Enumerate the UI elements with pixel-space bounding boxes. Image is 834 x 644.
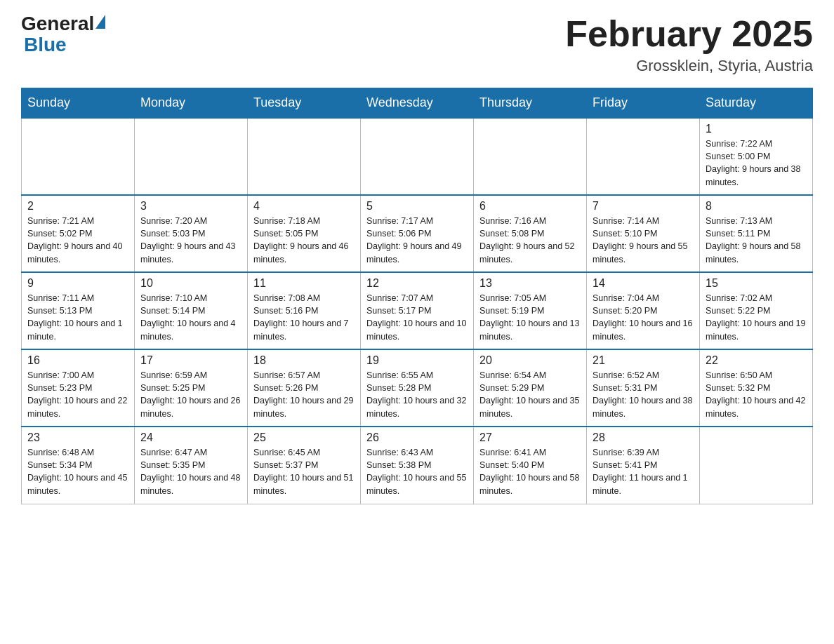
location-subtitle: Grossklein, Styria, Austria (565, 57, 813, 75)
day-number: 4 (253, 200, 355, 213)
day-cell-3-1: 17Sunrise: 6:59 AMSunset: 5:25 PMDayligh… (135, 349, 248, 427)
day-info: Sunrise: 6:54 AMSunset: 5:29 PMDaylight:… (479, 369, 581, 420)
day-cell-0-2 (248, 118, 361, 195)
day-cell-2-5: 14Sunrise: 7:04 AMSunset: 5:20 PMDayligh… (587, 272, 700, 349)
day-info: Sunrise: 6:57 AMSunset: 5:26 PMDaylight:… (253, 369, 355, 420)
day-cell-1-0: 2Sunrise: 7:21 AMSunset: 5:02 PMDaylight… (22, 195, 135, 272)
week-row-2: 2Sunrise: 7:21 AMSunset: 5:02 PMDaylight… (22, 195, 813, 272)
day-info: Sunrise: 7:00 AMSunset: 5:23 PMDaylight:… (27, 369, 128, 420)
day-info: Sunrise: 6:41 AMSunset: 5:40 PMDaylight:… (479, 446, 581, 497)
header-sunday: Sunday (22, 88, 135, 119)
day-number: 12 (366, 277, 468, 290)
day-cell-1-1: 3Sunrise: 7:20 AMSunset: 5:03 PMDaylight… (135, 195, 248, 272)
day-cell-2-2: 11Sunrise: 7:08 AMSunset: 5:16 PMDayligh… (248, 272, 361, 349)
day-cell-0-6: 1Sunrise: 7:22 AMSunset: 5:00 PMDaylight… (700, 118, 813, 195)
day-info: Sunrise: 6:48 AMSunset: 5:34 PMDaylight:… (27, 446, 128, 497)
header-friday: Friday (587, 88, 700, 119)
header-monday: Monday (135, 88, 248, 119)
day-info: Sunrise: 6:39 AMSunset: 5:41 PMDaylight:… (593, 446, 694, 497)
day-number: 24 (140, 431, 241, 444)
day-info: Sunrise: 7:20 AMSunset: 5:03 PMDaylight:… (140, 215, 241, 266)
day-info: Sunrise: 6:47 AMSunset: 5:35 PMDaylight:… (140, 446, 241, 497)
day-number: 19 (366, 354, 468, 367)
day-cell-4-1: 24Sunrise: 6:47 AMSunset: 5:35 PMDayligh… (135, 427, 248, 504)
day-cell-0-1 (135, 118, 248, 195)
logo-triangle-icon (95, 15, 105, 29)
day-cell-3-5: 21Sunrise: 6:52 AMSunset: 5:31 PMDayligh… (587, 349, 700, 427)
day-cell-0-4 (474, 118, 587, 195)
day-cell-4-0: 23Sunrise: 6:48 AMSunset: 5:34 PMDayligh… (22, 427, 135, 504)
day-info: Sunrise: 6:52 AMSunset: 5:31 PMDaylight:… (593, 369, 694, 420)
day-number: 22 (706, 354, 807, 367)
day-cell-3-2: 18Sunrise: 6:57 AMSunset: 5:26 PMDayligh… (248, 349, 361, 427)
week-row-1: 1Sunrise: 7:22 AMSunset: 5:00 PMDaylight… (22, 118, 813, 195)
month-year-title: February 2025 (565, 14, 813, 54)
day-number: 20 (479, 354, 581, 367)
day-number: 8 (706, 200, 807, 213)
day-number: 13 (479, 277, 581, 290)
day-number: 26 (366, 431, 468, 444)
weekday-header-row: Sunday Monday Tuesday Wednesday Thursday… (22, 88, 813, 119)
day-number: 10 (140, 277, 241, 290)
day-info: Sunrise: 7:02 AMSunset: 5:22 PMDaylight:… (706, 292, 807, 343)
day-info: Sunrise: 7:18 AMSunset: 5:05 PMDaylight:… (253, 215, 355, 266)
day-cell-4-5: 28Sunrise: 6:39 AMSunset: 5:41 PMDayligh… (587, 427, 700, 504)
day-number: 9 (27, 277, 128, 290)
day-info: Sunrise: 7:08 AMSunset: 5:16 PMDaylight:… (253, 292, 355, 343)
day-number: 25 (253, 431, 355, 444)
day-number: 17 (140, 354, 241, 367)
day-number: 27 (479, 431, 581, 444)
day-cell-0-5 (587, 118, 700, 195)
day-number: 2 (27, 200, 128, 213)
day-cell-4-6 (700, 427, 813, 504)
day-cell-4-3: 26Sunrise: 6:43 AMSunset: 5:38 PMDayligh… (361, 427, 474, 504)
day-info: Sunrise: 7:07 AMSunset: 5:17 PMDaylight:… (366, 292, 468, 343)
day-cell-3-4: 20Sunrise: 6:54 AMSunset: 5:29 PMDayligh… (474, 349, 587, 427)
day-number: 23 (27, 431, 128, 444)
day-info: Sunrise: 7:13 AMSunset: 5:11 PMDaylight:… (706, 215, 807, 266)
day-cell-3-0: 16Sunrise: 7:00 AMSunset: 5:23 PMDayligh… (22, 349, 135, 427)
day-number: 28 (593, 431, 694, 444)
day-cell-0-0 (22, 118, 135, 195)
logo-area: General Blue (21, 14, 107, 56)
day-cell-0-3 (361, 118, 474, 195)
day-cell-1-2: 4Sunrise: 7:18 AMSunset: 5:05 PMDaylight… (248, 195, 361, 272)
day-info: Sunrise: 7:21 AMSunset: 5:02 PMDaylight:… (27, 215, 128, 266)
day-info: Sunrise: 7:04 AMSunset: 5:20 PMDaylight:… (593, 292, 694, 343)
day-number: 6 (479, 200, 581, 213)
day-info: Sunrise: 6:55 AMSunset: 5:28 PMDaylight:… (366, 369, 468, 420)
header-tuesday: Tuesday (248, 88, 361, 119)
day-cell-1-6: 8Sunrise: 7:13 AMSunset: 5:11 PMDaylight… (700, 195, 813, 272)
day-cell-2-6: 15Sunrise: 7:02 AMSunset: 5:22 PMDayligh… (700, 272, 813, 349)
logo: General (21, 14, 107, 34)
day-number: 14 (593, 277, 694, 290)
day-info: Sunrise: 6:43 AMSunset: 5:38 PMDaylight:… (366, 446, 468, 497)
day-cell-2-3: 12Sunrise: 7:07 AMSunset: 5:17 PMDayligh… (361, 272, 474, 349)
day-info: Sunrise: 7:05 AMSunset: 5:19 PMDaylight:… (479, 292, 581, 343)
calendar-table: Sunday Monday Tuesday Wednesday Thursday… (21, 88, 813, 504)
header-wednesday: Wednesday (361, 88, 474, 119)
day-cell-1-5: 7Sunrise: 7:14 AMSunset: 5:10 PMDaylight… (587, 195, 700, 272)
logo-blue-text: Blue (24, 34, 67, 56)
week-row-4: 16Sunrise: 7:00 AMSunset: 5:23 PMDayligh… (22, 349, 813, 427)
day-number: 15 (706, 277, 807, 290)
day-cell-1-3: 5Sunrise: 7:17 AMSunset: 5:06 PMDaylight… (361, 195, 474, 272)
day-number: 21 (593, 354, 694, 367)
day-info: Sunrise: 7:11 AMSunset: 5:13 PMDaylight:… (27, 292, 128, 343)
day-number: 3 (140, 200, 241, 213)
day-number: 1 (706, 123, 807, 135)
day-number: 18 (253, 354, 355, 367)
day-number: 7 (593, 200, 694, 213)
day-cell-4-2: 25Sunrise: 6:45 AMSunset: 5:37 PMDayligh… (248, 427, 361, 504)
day-info: Sunrise: 7:14 AMSunset: 5:10 PMDaylight:… (593, 215, 694, 266)
day-info: Sunrise: 6:45 AMSunset: 5:37 PMDaylight:… (253, 446, 355, 497)
day-cell-2-4: 13Sunrise: 7:05 AMSunset: 5:19 PMDayligh… (474, 272, 587, 349)
header-saturday: Saturday (700, 88, 813, 119)
day-cell-3-3: 19Sunrise: 6:55 AMSunset: 5:28 PMDayligh… (361, 349, 474, 427)
day-cell-4-4: 27Sunrise: 6:41 AMSunset: 5:40 PMDayligh… (474, 427, 587, 504)
logo-general-text: General (21, 14, 94, 34)
header: General Blue February 2025 Grossklein, S… (21, 14, 813, 75)
day-info: Sunrise: 7:10 AMSunset: 5:14 PMDaylight:… (140, 292, 241, 343)
day-number: 11 (253, 277, 355, 290)
logo-blue-label: Blue (24, 34, 67, 55)
